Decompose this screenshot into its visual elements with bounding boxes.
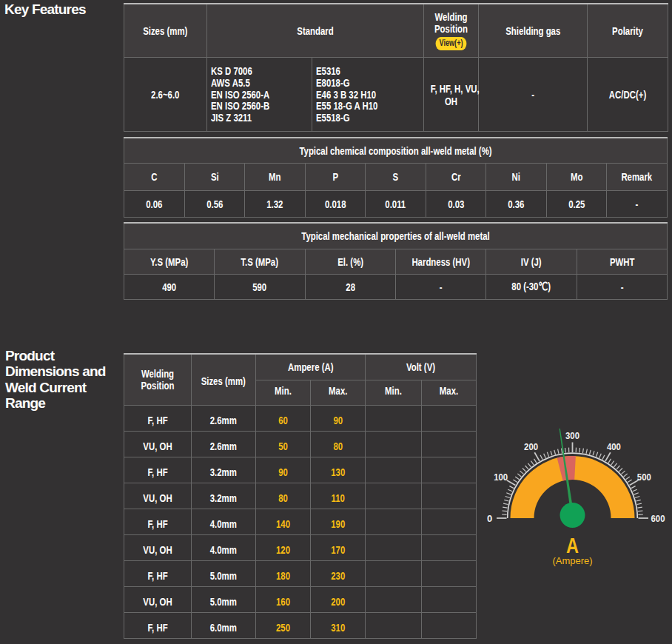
svg-text:600: 600 bbox=[651, 513, 665, 524]
svg-text:300: 300 bbox=[565, 430, 579, 441]
svg-text:400: 400 bbox=[607, 441, 621, 452]
svg-text:100: 100 bbox=[494, 472, 508, 483]
svg-text:A: A bbox=[566, 534, 579, 557]
svg-text:0: 0 bbox=[487, 513, 492, 524]
svg-text:500: 500 bbox=[637, 472, 651, 483]
svg-text:(Ampere): (Ampere) bbox=[553, 556, 593, 566]
svg-text:200: 200 bbox=[524, 441, 538, 452]
